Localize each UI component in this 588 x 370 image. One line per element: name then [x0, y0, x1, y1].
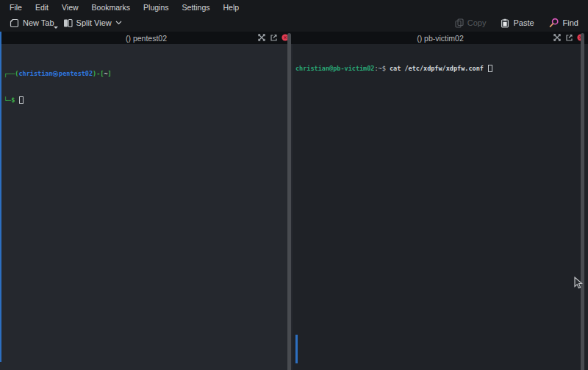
paste-label: Paste	[513, 18, 534, 27]
pane-left-title: () pentest02	[0, 34, 293, 43]
pane-right-header[interactable]: () pb-victim02	[293, 32, 588, 44]
split-view-button[interactable]: Split View	[59, 16, 126, 30]
detach-view-button[interactable]	[270, 34, 277, 43]
caret-down-icon[interactable]	[54, 26, 58, 29]
toolbar-right-group: Copy Paste	[451, 15, 583, 30]
copy-label: Copy	[467, 18, 487, 27]
menu-plugins[interactable]: Plugins	[137, 1, 175, 13]
maximize-icon	[258, 34, 265, 43]
paste-button[interactable]: Paste	[496, 16, 538, 30]
terminal-left-prompt-line1: ┌──(christian㉿pentest02)-[~]	[4, 69, 293, 78]
menu-view[interactable]: View	[55, 1, 85, 13]
maximize-view-button[interactable]	[553, 34, 561, 43]
find-label: Find	[563, 18, 578, 27]
menu-help[interactable]: Help	[217, 1, 246, 13]
terminal-right[interactable]: christian@pb-victim02:~$ cat /etc/xdpfw/…	[293, 44, 588, 370]
terminal-left[interactable]: ┌──(christian㉿pentest02)-[~] └─$	[0, 44, 293, 370]
split-pane-right: () pb-victim02	[293, 32, 588, 370]
konsole-window: File Edit View Bookmarks Plugins Setting…	[0, 0, 588, 370]
copy-icon	[455, 18, 464, 28]
terminal-right-scrollbar[interactable]	[581, 33, 584, 370]
detach-view-button[interactable]	[565, 34, 573, 43]
menubar: File Edit View Bookmarks Plugins Setting…	[0, 0, 588, 14]
terminal-left-scrollbar[interactable]	[287, 33, 291, 370]
active-pane-accent-line	[0, 32, 1, 362]
menu-bookmarks[interactable]: Bookmarks	[85, 1, 137, 13]
split-view-icon	[63, 18, 73, 28]
mouse-cursor	[574, 277, 584, 293]
scroll-position-indicator	[295, 335, 298, 363]
detach-icon	[565, 34, 573, 43]
find-icon	[549, 18, 559, 28]
maximize-icon	[553, 34, 561, 43]
menu-file[interactable]: File	[3, 1, 29, 13]
chevron-down-icon	[115, 21, 122, 25]
new-tab-button[interactable]: New Tab	[5, 16, 59, 30]
menu-settings[interactable]: Settings	[176, 1, 217, 13]
pane-left-header[interactable]: () pentest02	[0, 32, 293, 44]
new-tab-icon	[10, 18, 19, 28]
paste-icon	[501, 18, 509, 28]
terminal-right-prompt-line: christian@pb-victim02:~$ cat /etc/xdpfw/…	[295, 64, 588, 73]
pane-right-title: () pb-victim02	[293, 34, 588, 43]
terminal-right-cursor	[488, 65, 492, 72]
menu-edit[interactable]: Edit	[29, 1, 55, 13]
find-button[interactable]: Find	[545, 15, 583, 30]
terminal-left-prompt-line2: └─$	[4, 96, 293, 104]
maximize-view-button[interactable]	[258, 34, 265, 43]
split-view-label: Split View	[76, 18, 112, 27]
toolbar: New Tab Split View	[0, 14, 588, 32]
terminal-left-cursor	[19, 96, 24, 104]
detach-icon	[270, 34, 277, 43]
copy-button[interactable]: Copy	[451, 16, 491, 30]
split-pane-left: () pentest02	[0, 32, 293, 370]
new-tab-label: New Tab	[23, 18, 54, 27]
